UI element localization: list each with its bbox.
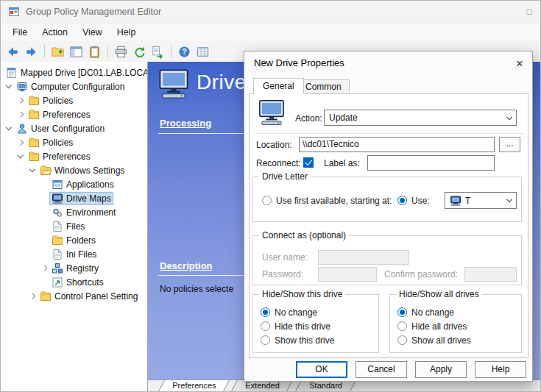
use-first-available-radio[interactable]	[262, 196, 272, 205]
hide-show-this-drive-group: Hide/Show this drive No change Hide this…	[252, 294, 379, 353]
chevron-right-icon[interactable]	[15, 110, 26, 120]
drive-maps-header-icon	[157, 69, 191, 99]
chevron-placeholder	[39, 235, 49, 246]
menu-action[interactable]: Action	[35, 25, 75, 40]
up-one-level-button[interactable]	[49, 43, 67, 60]
drive-maps-icon	[52, 193, 63, 204]
show-this-drive-label: Show this drive	[275, 335, 334, 346]
chevron-right-icon[interactable]	[39, 263, 49, 274]
folder-icon	[28, 95, 40, 107]
show-all-drives-radio[interactable]	[397, 335, 407, 345]
password-label: Password:	[262, 269, 303, 279]
tree-item-policies[interactable]: Policies	[1, 93, 147, 107]
tree-item-root[interactable]: Mapped Drive [DC01.LAB.LOCA	[1, 65, 147, 79]
description-link[interactable]: Description	[160, 260, 213, 271]
toolbar-separator	[171, 45, 172, 58]
location-label: Location:	[256, 140, 292, 150]
tab-standard[interactable]: Standard	[295, 380, 356, 391]
hide-all-drives-radio[interactable]	[397, 321, 407, 331]
tab-general[interactable]: General	[253, 78, 304, 94]
password-input	[318, 267, 377, 282]
export-list-button[interactable]	[149, 43, 167, 60]
tree-item-registry[interactable]: Registry	[1, 261, 147, 275]
forward-arrow-icon	[24, 45, 38, 59]
tab-preferences[interactable]: Preferences	[158, 380, 230, 391]
use-radio[interactable]	[397, 196, 407, 205]
show-this-drive-radio[interactable]	[261, 335, 270, 345]
console-tree-toggle-button[interactable]	[67, 43, 85, 60]
menu-help[interactable]: Help	[110, 25, 144, 40]
tree-item-label: Control Panel Setting	[54, 291, 138, 302]
tree-item-applications[interactable]: Applications	[1, 177, 147, 191]
group-legend: Connect as (optional)	[259, 230, 349, 240]
user-name-label: User name:	[262, 252, 308, 263]
label-as-input[interactable]	[367, 155, 495, 171]
tree-item-windows-settings[interactable]: Windows Settings	[1, 163, 147, 177]
tree-item-preferences[interactable]: Preferences	[1, 107, 147, 121]
tree-item-files[interactable]: Files	[1, 219, 147, 233]
tree-item-ini-files[interactable]: Ini Files	[1, 247, 147, 261]
hide-this-drive-radio[interactable]	[261, 321, 270, 331]
tree-item-control-panel-settings[interactable]: Control Panel Setting	[1, 289, 147, 303]
back-arrow-icon	[6, 45, 20, 59]
divider	[255, 133, 523, 134]
no-policies-text: No policies selecte	[160, 284, 233, 294]
tree-item-preferences[interactable]: Preferences	[1, 149, 147, 163]
tree-item-computer-configuration[interactable]: Computer Configuration	[1, 79, 147, 93]
tab-label: Extended	[246, 380, 280, 391]
forward-button[interactable]	[22, 43, 40, 60]
refresh-button[interactable]	[130, 43, 149, 60]
reconnect-checkbox[interactable]	[303, 157, 314, 168]
this-no-change-radio[interactable]	[261, 307, 270, 317]
tree-item-label: Mapped Drive [DC01.LAB.LOCA	[21, 68, 148, 78]
datasheet-button[interactable]	[194, 43, 212, 60]
up-one-level-icon	[51, 45, 65, 59]
print-button[interactable]	[112, 43, 130, 60]
group-legend: Drive Letter	[259, 171, 311, 182]
menu-view[interactable]: View	[75, 25, 110, 40]
reconnect-label: Reconnect:	[256, 158, 301, 168]
help-button[interactable]: Help	[475, 361, 526, 378]
apply-button[interactable]: Apply	[415, 361, 467, 378]
action-combobox[interactable]: Update	[324, 110, 517, 126]
chevron-down-icon	[506, 196, 512, 202]
use-label: Use:	[411, 196, 430, 206]
properties-button[interactable]	[85, 43, 104, 60]
toolbar-separator	[44, 45, 45, 58]
user-icon	[16, 123, 28, 135]
chevron-right-icon[interactable]	[15, 96, 26, 106]
printer-icon	[114, 45, 128, 59]
tree-item-environment[interactable]: Environment	[1, 205, 147, 219]
tree-item-label: Ini Files	[66, 249, 96, 260]
tree-item-folders[interactable]: Folders	[1, 233, 147, 247]
back-button[interactable]	[4, 43, 22, 60]
tab-common[interactable]: Common	[297, 79, 350, 94]
maximize-icon[interactable]: □	[518, 1, 540, 23]
tree-item-shortcuts[interactable]: Shortcuts	[1, 275, 147, 289]
app-window: Group Policy Management Editor □ File Ac…	[0, 0, 541, 392]
chevron-placeholder	[39, 249, 49, 260]
all-no-change-radio[interactable]	[397, 307, 407, 317]
chevron-right-icon[interactable]	[15, 138, 26, 148]
chevron-down-icon[interactable]	[4, 82, 14, 92]
location-input[interactable]: \\dc01\Tecnico	[299, 137, 495, 152]
close-icon[interactable]: ✕	[511, 56, 528, 72]
tree-item-drive-maps[interactable]: Drive Maps	[1, 191, 147, 205]
chevron-down-icon[interactable]	[27, 165, 38, 176]
browse-button[interactable]: ...	[499, 137, 520, 152]
tree-item-label: Environment	[66, 207, 116, 218]
ok-button[interactable]: OK	[296, 361, 347, 378]
cancel-button[interactable]: Cancel	[356, 361, 407, 378]
pane-title: Drive	[197, 71, 247, 94]
tab-extended[interactable]: Extended	[231, 380, 293, 391]
processing-link[interactable]: Processing	[160, 118, 211, 129]
chevron-down-icon[interactable]	[4, 124, 14, 134]
tree-item-policies[interactable]: Policies	[1, 135, 147, 149]
chevron-down-icon[interactable]	[15, 152, 26, 162]
chevron-right-icon[interactable]	[27, 291, 38, 302]
drive-letter-combobox[interactable]: T	[445, 192, 517, 209]
environment-icon	[52, 207, 63, 218]
tree-item-user-configuration[interactable]: User Configuration	[1, 121, 147, 135]
help-button[interactable]	[175, 43, 194, 60]
menu-file[interactable]: File	[5, 25, 35, 40]
